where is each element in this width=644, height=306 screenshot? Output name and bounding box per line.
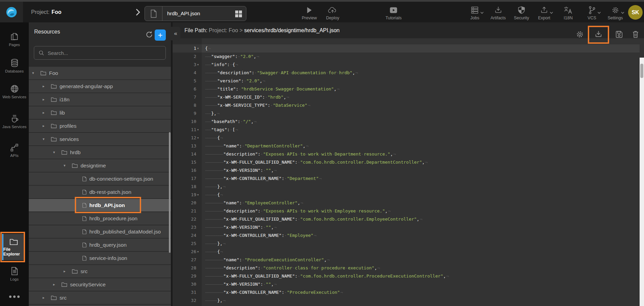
tree-item-lib[interactable]: ▸lib: [29, 106, 171, 119]
tree-item-foo[interactable]: ▾Foo: [29, 67, 171, 79]
tab-scroll-chevron-icon[interactable]: [136, 8, 140, 16]
tree-item-service-info-json[interactable]: service-info.json: [29, 252, 171, 264]
code-line-32[interactable]: ————————},¬: [202, 297, 640, 305]
code-line-6[interactable]: ————————"title":·"hrdbService·Swagger·Do…: [202, 85, 640, 93]
code-line-30[interactable]: ————————————"x-WM-VERSION":·"",¬: [202, 280, 640, 288]
tree-scrollbar-thumb[interactable]: [169, 132, 171, 253]
user-avatar[interactable]: SK: [628, 5, 643, 20]
code-line-7[interactable]: ————————"x-WM-SERVICE_ID":·"hrdb",¬: [202, 93, 640, 101]
code-line-13[interactable]: ————————————"name":·"DepartmentControlle…: [202, 142, 640, 150]
code-line-4[interactable]: ————————"description":·"Swagger·API·docu…: [202, 69, 640, 77]
editor-scrollbar-thumb[interactable]: [640, 64, 643, 78]
code-line-29[interactable]: ————————————"x-WM-FULLY_QUALIFIED_NAME":…: [202, 272, 640, 280]
sidebar-item-apis[interactable]: APIs: [0, 143, 29, 158]
code-line-18[interactable]: ————————},¬: [202, 183, 640, 191]
tutorials-button[interactable]: Tutorials: [385, 5, 401, 20]
preview-button[interactable]: Preview: [302, 5, 317, 20]
tree-item-generated-angular-app[interactable]: ▸generated-angular-app: [29, 80, 171, 93]
tree-item-i18n[interactable]: ▸i18n: [29, 93, 171, 106]
code-line-2[interactable]: ————"swagger":·"2.0",¬: [202, 53, 640, 61]
download-file-icon[interactable]: [594, 30, 603, 39]
code-line-12[interactable]: ————————{¬: [202, 134, 640, 142]
settings-button[interactable]: Settings: [607, 5, 623, 20]
code-editor[interactable]: 1▾23▾4567891011▾12▾13141516171819▾202122…: [173, 38, 640, 306]
code-line-5[interactable]: ————————"version":·"2.0",¬: [202, 77, 640, 85]
app-logo[interactable]: [0, 2, 23, 22]
delete-file-icon[interactable]: [631, 30, 640, 39]
fold-caret-icon[interactable]: ▾: [197, 44, 201, 53]
tree-item-hrdb-published-datamodel-jso[interactable]: hrdb_published_dataModel.jso: [29, 225, 171, 238]
tree-item-services[interactable]: ▾services: [29, 133, 171, 145]
tree-item-hrdb[interactable]: ▾hrdb: [29, 146, 171, 159]
code-line-31[interactable]: ————————————"x-WM-CONTROLLER_NAME":·"Pro…: [202, 288, 640, 297]
code-line-19[interactable]: ————————{¬: [202, 191, 640, 199]
tree-item-db-connection-settings-json[interactable]: db-connection-settings.json: [29, 172, 171, 185]
code-line-3[interactable]: ————"info":·{¬: [202, 61, 640, 69]
save-file-icon[interactable]: [615, 30, 624, 39]
code-line-22[interactable]: ————————————"x-WM-FULLY_QUALIFIED_NAME":…: [202, 215, 640, 223]
caret-right-icon[interactable]: ▸: [53, 282, 61, 287]
code-line-25[interactable]: ————————},¬: [202, 240, 640, 248]
sidebar-item-java-services[interactable]: Java Services: [0, 114, 29, 129]
search-box[interactable]: [34, 46, 166, 60]
jobs-button[interactable]: Jobs: [470, 5, 479, 20]
fold-caret-icon[interactable]: ▾: [197, 126, 201, 134]
export-button[interactable]: Export: [538, 5, 550, 20]
collapse-panel-button[interactable]: «: [171, 27, 180, 40]
caret-right-icon[interactable]: ▸: [43, 295, 51, 300]
tree-item-designtime[interactable]: ▾designtime: [29, 159, 171, 172]
code-line-10[interactable]: ————"basePath":·"/",¬: [202, 118, 640, 126]
code-line-16[interactable]: ————————————"x-WM-VERSION":·"",¬: [202, 166, 640, 175]
vcs-button[interactable]: VCS: [587, 5, 596, 20]
editor-scrollbar-track[interactable]: [640, 58, 644, 306]
tree-item-hrdb-query-json[interactable]: hrdb_query.json: [29, 239, 171, 251]
sidebar-item-file-explorer[interactable]: File Explorer: [2, 234, 24, 260]
add-resource-button[interactable]: +: [155, 29, 166, 41]
search-input[interactable]: [48, 50, 156, 56]
deploy-button[interactable]: Deploy: [326, 5, 339, 20]
tree-item-src[interactable]: ▸src: [29, 291, 171, 304]
tree-item-securityservice[interactable]: ▸securityService: [29, 278, 171, 291]
code-line-27[interactable]: ————————————"name":·"ProcedureExecutionC…: [202, 256, 640, 264]
code-line-20[interactable]: ————————————"name":·"EmployeeController"…: [202, 199, 640, 207]
caret-down-icon[interactable]: ▾: [53, 150, 61, 155]
code-line-23[interactable]: ————————————"x-WM-VERSION":·"",¬: [202, 223, 640, 231]
code-line-1[interactable]: {¬: [202, 44, 640, 53]
caret-right-icon[interactable]: ▸: [43, 97, 51, 102]
caret-right-icon[interactable]: ▸: [43, 84, 51, 88]
fold-caret-icon[interactable]: ▾: [197, 134, 201, 142]
code-line-15[interactable]: ————————————"x-WM-FULLY_QUALIFIED_NAME":…: [202, 158, 640, 166]
sidebar-item-pages[interactable]: Pages: [0, 32, 29, 47]
refresh-icon[interactable]: [145, 30, 153, 39]
code-line-11[interactable]: ————"tags":·[¬: [202, 126, 640, 134]
code-line-26[interactable]: ————————{¬: [202, 248, 640, 256]
fold-caret-icon[interactable]: ▾: [197, 191, 201, 199]
caret-down-icon[interactable]: ▾: [32, 71, 40, 75]
code-line-28[interactable]: ————————————"description":·"controller·c…: [202, 264, 640, 272]
tree-item-src[interactable]: ▸src: [29, 265, 171, 278]
sidebar-item-logs[interactable]: Logs: [0, 266, 29, 282]
fold-caret-icon[interactable]: ▾: [197, 248, 201, 256]
code-line-24[interactable]: ————————————"x-WM-CONTROLLER_NAME":·"Emp…: [202, 231, 640, 240]
code-line-8[interactable]: ————————"x-WM-SERVICE_TYPE":·"DataServic…: [202, 101, 640, 109]
tree-item-hrdb-api-json[interactable]: hrdb_API.json: [29, 199, 171, 211]
tree-item-profiles[interactable]: ▸profiles: [29, 120, 171, 132]
code-line-21[interactable]: ————————————"description":·"Exposes·APIs…: [202, 207, 640, 215]
more-options-icon[interactable]: [0, 295, 29, 298]
open-file-tab[interactable]: hrdb_API.json: [145, 6, 246, 21]
grid-view-icon[interactable]: [235, 11, 242, 17]
caret-right-icon[interactable]: ▸: [43, 110, 51, 115]
caret-right-icon[interactable]: ▸: [43, 124, 51, 128]
sidebar-item-web-services[interactable]: Web Services: [0, 84, 29, 99]
file-settings-gear-icon[interactable]: [575, 30, 584, 39]
security-button[interactable]: Security: [514, 5, 529, 20]
tree-item-db-rest-patch-json[interactable]: db-rest-patch.json: [29, 186, 171, 198]
artifacts-button[interactable]: Artifacts: [490, 5, 506, 20]
caret-down-icon[interactable]: ▾: [43, 137, 51, 141]
sidebar-item-databases[interactable]: Databases: [0, 58, 29, 74]
caret-down-icon[interactable]: ▾: [64, 163, 72, 168]
i18n-button[interactable]: I18N: [564, 5, 573, 20]
code-line-14[interactable]: ————————————"description":·"Exposes·APIs…: [202, 150, 640, 158]
caret-right-icon[interactable]: ▸: [64, 269, 72, 273]
tree-item-hrdb-procedure-json[interactable]: hrdb_procedure.json: [29, 212, 171, 225]
